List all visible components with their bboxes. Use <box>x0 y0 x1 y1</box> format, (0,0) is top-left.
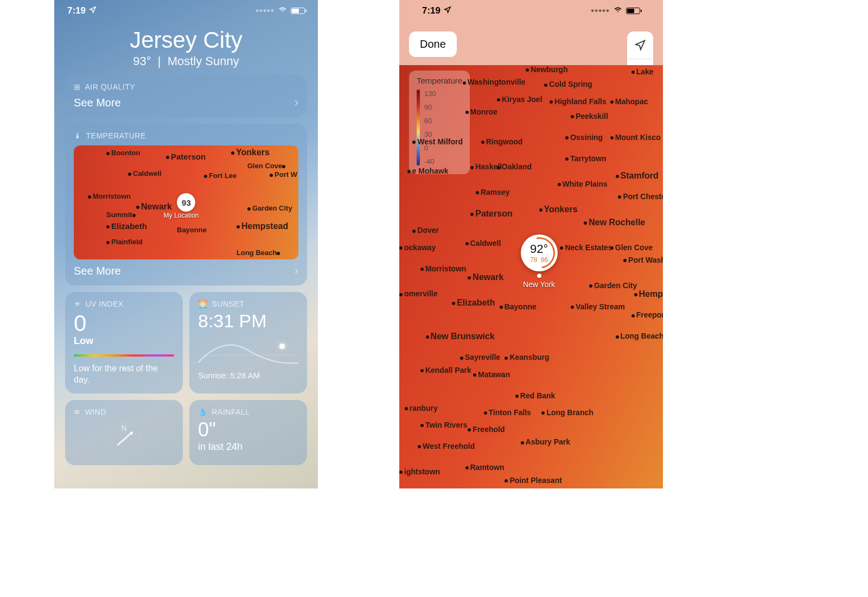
map-city-label: New Brunswick <box>426 332 495 341</box>
map-city-label: Paterson <box>470 209 512 219</box>
thermometer-icon: 🌡 <box>74 131 82 140</box>
status-time: 7:19 <box>422 5 441 16</box>
map-city-label: Morristown <box>420 264 466 273</box>
chevron-right-icon: › <box>295 264 298 278</box>
map-city-label: Port Chester <box>618 192 663 201</box>
cell-signal-icon: ••••• <box>256 5 275 16</box>
temperature-mini-map[interactable]: Boonton Paterson Yonkers Caldwell Fort L… <box>74 145 298 259</box>
chevron-right-icon: › <box>295 96 298 110</box>
sun-path-graph <box>198 339 298 366</box>
map-city-label: Cold Spring <box>544 80 592 88</box>
map-city-label: Yonkers <box>539 205 578 214</box>
map-city-label: Stamford <box>616 171 659 181</box>
pin-city-label: New York <box>521 280 558 289</box>
map-city-label: e Mohawk <box>407 167 449 175</box>
temperature-card[interactable]: 🌡TEMPERATURE Boonton Paterson Yonkers Ca… <box>65 124 307 285</box>
wifi-icon <box>278 5 288 16</box>
sunset-card[interactable]: 🌅SUNSET 8:31 PM Sunrise: 5:28 AM <box>189 292 307 393</box>
status-time: 7:19 <box>67 5 86 16</box>
map-city-label: Lake <box>631 67 654 76</box>
map-city-label: Port Washington <box>623 256 663 264</box>
legend-title: Temperature <box>417 76 462 85</box>
map-city-label: Twin Rivers <box>420 421 468 429</box>
map-city-label: Long Branch <box>541 408 593 417</box>
status-bar: 7:19 ••••• <box>409 0 653 22</box>
map-city-label: Tinton Falls <box>484 408 531 417</box>
droplet-icon: 💧 <box>198 408 208 416</box>
uv-description: Low for the rest of the day. <box>74 363 174 386</box>
map-city-label: Sayreville <box>460 353 500 361</box>
map-city-label: Ringwood <box>481 137 523 146</box>
uv-value: 0 <box>74 310 174 336</box>
see-more-link[interactable]: See More <box>74 97 121 109</box>
map-city-label: ranbury <box>405 404 438 412</box>
location-pin[interactable]: 93 <box>177 193 195 212</box>
uv-index-card[interactable]: ☀UV INDEX 0 Low Low for the rest of the … <box>65 292 183 393</box>
wind-icon: ≋ <box>74 408 81 416</box>
city-name: Jersey City <box>54 27 318 53</box>
rainfall-card[interactable]: 💧RAINFALL 0" in last 24h <box>189 400 307 465</box>
map-city-label: Freehold <box>468 425 505 434</box>
map-city-label: White Plains <box>558 180 608 188</box>
sunset-icon: 🌅 <box>198 300 208 308</box>
current-condition: Mostly Sunny <box>168 54 239 68</box>
map-city-label: Point Pleasant <box>505 476 561 485</box>
done-button[interactable]: Done <box>409 31 457 57</box>
map-city-label: New Rochelle <box>584 218 645 227</box>
weather-map-screen: 7:19 ••••• Done ☰ <box>399 0 663 488</box>
map-city-label: Freeport <box>631 310 663 319</box>
battery-icon <box>291 8 305 14</box>
location-arrow-icon <box>89 5 97 16</box>
map-city-label: West Milford <box>412 137 463 146</box>
map-city-label: Kendall Park <box>420 366 471 374</box>
status-bar: 7:19 ••••• <box>54 0 318 22</box>
map-city-label: Valley Stream <box>571 302 625 311</box>
map-city-label: Keansburg <box>505 353 549 361</box>
card-title: SUNSET <box>212 300 245 308</box>
map-city-label: Mount Kisco <box>610 133 661 142</box>
see-more-link[interactable]: See More <box>74 265 121 277</box>
map-city-label: Highland Falls <box>550 97 607 106</box>
map-top-bar: 7:19 ••••• Done ☰ <box>399 0 663 65</box>
map-city-label: ockaway <box>399 243 436 252</box>
locate-button[interactable] <box>627 31 653 59</box>
pin-temp: 92° <box>530 242 548 256</box>
map-city-label: ightstown <box>399 467 440 476</box>
map-city-label: Mahopac <box>610 97 648 106</box>
map-city-label: omerville <box>399 289 437 298</box>
wind-compass: N <box>74 420 174 458</box>
sunrise-label: Sunrise: 5:28 AM <box>198 371 298 380</box>
card-title: WIND <box>85 408 106 416</box>
wind-card[interactable]: ≋WIND N <box>65 400 183 465</box>
map-city-label: Monroe <box>465 107 498 116</box>
air-quality-card[interactable]: ⊞AIR QUALITY See More › <box>65 75 307 117</box>
pin-low: 78 <box>530 256 537 264</box>
location-arrow-icon <box>444 5 451 16</box>
map-city-label: Hempstea <box>634 289 663 299</box>
map-location-pin[interactable]: 92° 7896 New York <box>521 234 558 289</box>
map-city-label: Peekskill <box>571 112 608 120</box>
map-city-label: Red Bank <box>515 391 556 400</box>
map-city-label: Kiryas Joel <box>497 95 542 104</box>
map-city-label: Tarrytown <box>565 154 607 163</box>
rainfall-period: in last 24h <box>198 441 298 453</box>
card-title: AIR QUALITY <box>85 82 136 91</box>
location-header: Jersey City 93° | Mostly Sunny <box>54 27 318 68</box>
map-city-label: Ramsey <box>476 188 510 196</box>
sun-icon: ☀ <box>74 300 81 308</box>
uv-gradient-bar <box>74 354 174 357</box>
temperature-map[interactable]: Temperature 130 90 60 30 0 -40 NewburghL… <box>399 65 663 488</box>
pin-high: 96 <box>541 256 548 264</box>
map-city-label: Ramtown <box>465 463 505 472</box>
card-title: UV INDEX <box>86 300 124 308</box>
weather-app-screen: 7:19 ••••• Jersey City 93° | Mostly Sunn… <box>54 0 318 488</box>
rainfall-value: 0" <box>198 418 298 441</box>
temperature-legend: Temperature 130 90 60 30 0 -40 <box>409 71 470 174</box>
cell-signal-icon: ••••• <box>591 5 610 16</box>
battery-icon <box>626 8 640 14</box>
map-city-label: Asbury Park <box>521 437 570 446</box>
map-city-label: Ossining <box>565 133 603 142</box>
map-city-label: Garden City <box>589 281 637 290</box>
card-title: TEMPERATURE <box>86 131 146 140</box>
map-city-label: Newark <box>468 272 503 282</box>
